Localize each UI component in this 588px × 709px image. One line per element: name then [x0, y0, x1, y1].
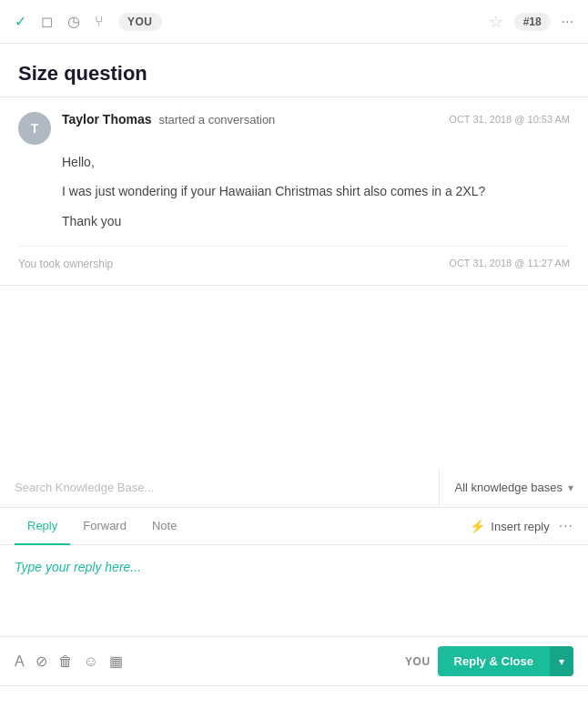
bolt-icon: ⚡ — [470, 519, 485, 533]
kb-search-input-wrap — [0, 468, 440, 507]
clock-icon[interactable]: ◷ — [67, 13, 80, 30]
tab-reply[interactable]: Reply — [15, 508, 70, 545]
reply-text-area[interactable]: Type your reply here... — [0, 545, 588, 636]
chat-icon[interactable]: ◻ — [41, 13, 53, 30]
sender-action: started a conversation — [158, 113, 275, 127]
kb-search-area: All knowledge bases ▾ — [0, 468, 588, 508]
tab-forward[interactable]: Forward — [70, 508, 139, 545]
kb-dropdown-label: All knowledge bases — [454, 481, 563, 494]
emoji-icon[interactable]: ☺ — [84, 653, 98, 670]
reply-close-dropdown-button[interactable]: ▾ — [550, 646, 573, 676]
reply-area: Reply Forward Note ⚡ Insert reply ··· Ty… — [0, 508, 588, 686]
kb-search-input[interactable] — [0, 468, 439, 507]
chevron-down-icon: ▾ — [568, 481, 573, 494]
attach-icon[interactable]: ⊘ — [35, 653, 47, 670]
conversation-meta: Taylor Thomas started a conversation OCT… — [62, 112, 570, 127]
page-title: Size question — [18, 62, 570, 86]
more-icon[interactable]: ··· — [562, 14, 573, 30]
ownership-text: You took ownership — [18, 258, 113, 270]
reply-bottom-toolbar: A ⊘ 🗑 ☺ ▦ YOU Reply & Close ▾ — [0, 636, 588, 685]
conversation-area: T Taylor Thomas started a conversation O… — [0, 97, 588, 286]
ownership-note: You took ownership OCT 31, 2018 @ 11:27 … — [18, 246, 570, 270]
sender-info: Taylor Thomas started a conversation — [62, 112, 275, 127]
conversation-time: OCT 31, 2018 @ 10:53 AM — [449, 114, 570, 125]
insert-reply-label: Insert reply — [491, 520, 549, 533]
ticket-badge: #18 — [514, 13, 551, 31]
kb-insert-icon[interactable]: ▦ — [109, 653, 123, 670]
reply-close-button[interactable]: Reply & Close ▾ — [438, 646, 573, 676]
message-line-2: I was just wondering if your Hawaiian Ch… — [62, 181, 570, 201]
more-options-icon[interactable]: ··· — [559, 518, 573, 534]
bottom-right-actions: YOU Reply & Close ▾ — [405, 646, 573, 676]
conversation-meta-top: Taylor Thomas started a conversation OCT… — [62, 112, 570, 127]
sender-name: Taylor Thomas — [62, 112, 152, 127]
fork-icon[interactable]: ⑂ — [95, 14, 104, 30]
reply-placeholder: Type your reply here... — [15, 560, 141, 574]
avatar: T — [18, 112, 51, 145]
toolbar-left-icons: ✓ ◻ ◷ ⑂ YOU — [15, 13, 474, 31]
toolbar-right-icons: ☆ #18 ··· — [489, 12, 573, 32]
empty-space — [0, 286, 588, 468]
insert-reply-button[interactable]: ⚡ Insert reply — [470, 519, 549, 533]
top-toolbar: ✓ ◻ ◷ ⑂ YOU ☆ #18 ··· — [0, 0, 588, 44]
ownership-time: OCT 31, 2018 @ 11:27 AM — [449, 258, 570, 270]
message-line-1: Hello, — [62, 152, 570, 172]
message-body: Hello, I was just wondering if your Hawa… — [18, 145, 570, 231]
message-line-3: Thank you — [62, 211, 570, 231]
conversation-header: T Taylor Thomas started a conversation O… — [18, 112, 570, 145]
reply-tab-actions: ⚡ Insert reply ··· — [470, 518, 573, 534]
reply-close-main-button[interactable]: Reply & Close — [438, 646, 550, 676]
kb-dropdown[interactable]: All knowledge bases ▾ — [440, 468, 588, 507]
page-title-area: Size question — [0, 44, 588, 97]
star-icon[interactable]: ☆ — [489, 12, 503, 32]
check-icon[interactable]: ✓ — [15, 13, 26, 30]
reply-tabs: Reply Forward Note ⚡ Insert reply ··· — [0, 508, 588, 545]
tab-note[interactable]: Note — [139, 508, 189, 545]
delete-icon[interactable]: 🗑 — [58, 653, 73, 670]
user-badge[interactable]: YOU — [118, 13, 162, 31]
reply-you-label: YOU — [405, 655, 431, 668]
format-text-icon[interactable]: A — [15, 653, 25, 670]
